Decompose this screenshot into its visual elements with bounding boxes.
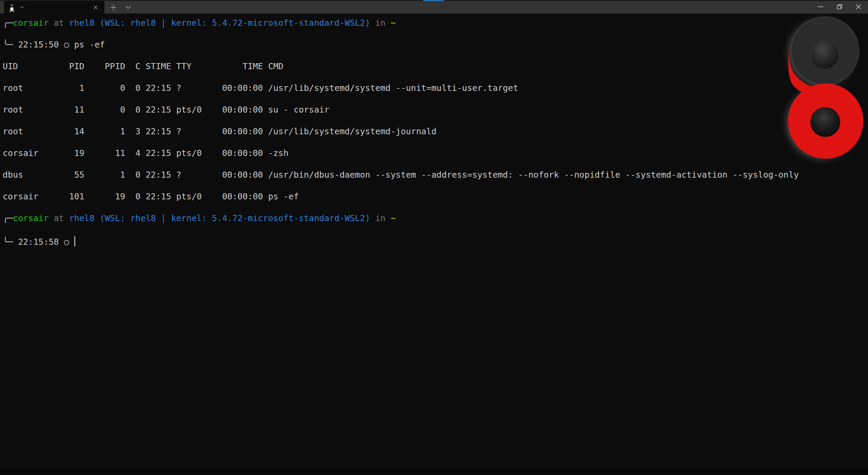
close-icon[interactable]: [849, 0, 868, 14]
chevron-down-icon[interactable]: [121, 1, 136, 14]
prompt-line-top: ╭─corsair at rhel8 (WSL: rhel8 | kernel:…: [3, 213, 868, 224]
prompt-status-circle: ○: [59, 237, 74, 247]
prompt-time: 22:15:58: [18, 237, 59, 247]
ps-row: dbus 55 1 0 22:15 ? 00:00:00 /usr/bin/db…: [3, 170, 868, 180]
prompt-in: in: [370, 213, 391, 223]
typed-command: ps -ef: [74, 40, 105, 50]
bottom-edge-strip: [0, 470, 868, 475]
prompt-bracket-bottom: ╰─: [3, 40, 18, 50]
prompt-time: 22:15:50: [18, 40, 59, 50]
ps-row: root 1 0 0 22:15 ? 00:00:00 /usr/lib/sys…: [3, 83, 868, 94]
prompt-user: corsair: [13, 18, 48, 28]
ps-row: corsair 19 11 4 22:15 pts/0 00:00:00 -zs…: [3, 148, 868, 159]
prompt-bracket-top: ╭─: [3, 18, 13, 28]
new-tab-plus-icon[interactable]: [106, 1, 121, 14]
prompt-bracket-bottom: ╰─: [3, 237, 18, 247]
ps-row: corsair 101 19 0 22:15 pts/0 00:00:00 ps…: [3, 191, 868, 202]
prompt-at: at: [48, 18, 69, 28]
ps-row: root 11 0 0 22:15 pts/0 00:00:00 su - co…: [3, 104, 868, 115]
terminal-cursor: [74, 236, 75, 246]
prompt-line-bottom: ╰─ 22:15:58 ○: [3, 235, 868, 248]
terminal-viewport[interactable]: ╭─corsair at rhel8 (WSL: rhel8 | kernel:…: [0, 14, 868, 470]
prompt-cwd: ~: [391, 213, 396, 223]
prompt-at: at: [48, 213, 69, 223]
tab-title: ~: [20, 4, 86, 10]
terminal-output: ╭─corsair at rhel8 (WSL: rhel8 | kernel:…: [0, 14, 868, 258]
tab-close-icon[interactable]: [91, 3, 100, 12]
window-controls: [811, 0, 868, 14]
prompt-line-top: ╭─corsair at rhel8 (WSL: rhel8 | kernel:…: [3, 18, 868, 28]
prompt-host: rhel8 (WSL: rhel8 | kernel: 5.4.72-micro…: [69, 213, 370, 223]
minimize-icon[interactable]: [811, 0, 830, 14]
prompt-host: rhel8 (WSL: rhel8 | kernel: 5.4.72-micro…: [69, 18, 370, 28]
prompt-cwd: ~: [391, 18, 396, 28]
prompt-user: corsair: [13, 213, 48, 223]
tux-icon: [8, 3, 16, 12]
prompt-line-bottom: ╰─ 22:15:50 ○ ps -ef: [3, 39, 868, 50]
title-bar: ~: [0, 1, 868, 14]
prompt-bracket-top: ╭─: [3, 213, 13, 223]
restore-icon[interactable]: [830, 0, 849, 14]
terminal-tab[interactable]: ~: [4, 1, 104, 14]
prompt-status-circle: ○: [59, 40, 74, 50]
ps-row: root 14 1 3 22:15 ? 00:00:00 /usr/lib/sy…: [3, 126, 868, 137]
windows-terminal-window: ~: [0, 0, 868, 475]
prompt-in: in: [370, 18, 391, 28]
ps-header-row: UID PID PPID C STIME TTY TIME CMD: [3, 61, 868, 72]
